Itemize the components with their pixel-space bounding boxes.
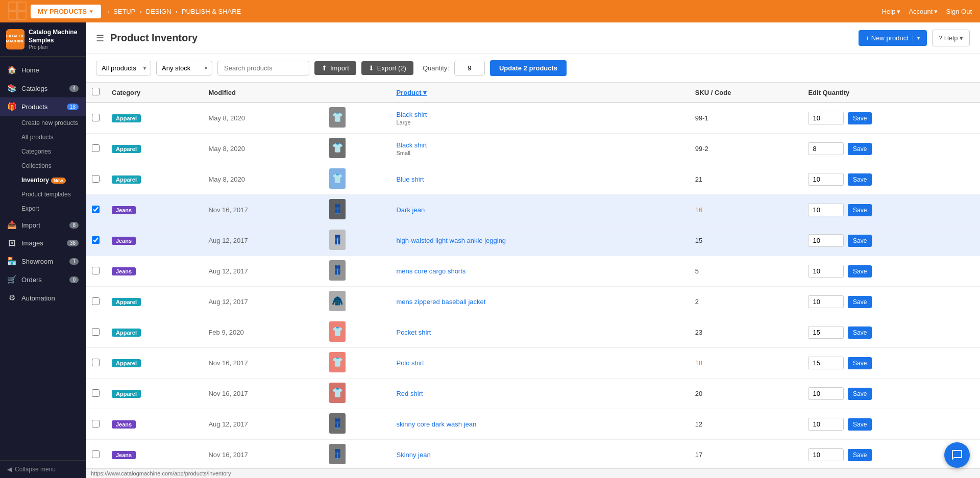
row-sku: 23	[689, 317, 802, 348]
row-checkbox[interactable]	[92, 389, 100, 397]
row-category: Jeans	[106, 195, 202, 225]
product-link[interactable]: Black shirt	[396, 111, 427, 118]
row-checkbox[interactable]	[92, 297, 100, 305]
qty-input[interactable]	[808, 357, 844, 369]
product-link[interactable]: Blue shirt	[396, 175, 424, 183]
qty-input[interactable]	[808, 265, 844, 278]
sidebar-item-showroom[interactable]: 🏪 Showroom 1	[0, 252, 86, 270]
product-link[interactable]: high-waisted light wash ankle jegging	[396, 237, 506, 244]
qty-input[interactable]	[808, 173, 844, 186]
sidebar-item-automation[interactable]: ⚙ Automation	[0, 289, 86, 307]
qty-input[interactable]	[808, 142, 844, 155]
row-edit-quantity: Save	[802, 256, 980, 287]
row-sku: 17	[689, 440, 802, 469]
hamburger-icon[interactable]: ☰	[96, 33, 104, 44]
row-edit-quantity: Save	[802, 409, 980, 440]
product-link[interactable]: Skinny jean	[396, 451, 430, 459]
product-thumbnail: 👖	[329, 230, 346, 250]
row-checkbox[interactable]	[92, 450, 100, 458]
submenu-collections[interactable]: Collections	[0, 159, 86, 173]
row-category: Apparel	[106, 287, 202, 317]
qty-input[interactable]	[808, 234, 844, 247]
row-category: Apparel	[106, 103, 202, 134]
step-design[interactable]: DESIGN	[146, 8, 172, 15]
sidebar-item-catalogs[interactable]: 📚 Catalogs 4	[0, 79, 86, 97]
save-button[interactable]: Save	[848, 143, 872, 155]
save-button[interactable]: Save	[848, 449, 872, 461]
save-button[interactable]: Save	[848, 357, 872, 369]
table-row: Jeans Aug 12, 2017 👖 mens core cargo sho…	[86, 256, 980, 287]
save-button[interactable]: Save	[848, 326, 872, 339]
sidebar-item-products[interactable]: 🎁 Products 18	[0, 97, 86, 116]
step-publish[interactable]: PUBLISH & SHARE	[182, 8, 241, 15]
product-link[interactable]: mens core cargo shorts	[396, 267, 465, 275]
submenu-product-templates[interactable]: Product templates	[0, 187, 86, 202]
row-checkbox[interactable]	[92, 359, 100, 366]
sidebar-item-orders[interactable]: 🛒 Orders 0	[0, 270, 86, 289]
sidebar-label-automation: Automation	[21, 294, 55, 302]
qty-input[interactable]	[808, 204, 844, 216]
row-checkbox-cell	[86, 409, 106, 440]
submenu-inventory[interactable]: InventoryNew	[0, 173, 86, 187]
chat-button[interactable]	[944, 442, 970, 468]
sidebar-label-catalogs: Catalogs	[21, 85, 47, 92]
search-input[interactable]	[217, 61, 309, 76]
export-button[interactable]: ⬇ Export (2)	[361, 61, 413, 75]
new-product-button[interactable]: + New product ▾	[859, 30, 927, 46]
product-thumbnail: 👕	[329, 321, 346, 342]
help-link[interactable]: Help ▾	[882, 8, 901, 15]
qty-input[interactable]	[808, 326, 844, 339]
row-checkbox[interactable]	[92, 236, 100, 244]
my-products-button[interactable]: MY PRODUCTS ▼	[31, 5, 101, 18]
product-link[interactable]: Polo shirt	[396, 359, 424, 367]
stock-filter-select[interactable]: Any stock In stock Out of stock	[156, 61, 212, 76]
svg-text:👕: 👕	[332, 142, 344, 154]
qty-input[interactable]	[808, 295, 844, 308]
product-link[interactable]: Black shirt	[396, 141, 427, 149]
row-checkbox[interactable]	[92, 114, 100, 121]
qty-input[interactable]	[808, 387, 844, 400]
header-product[interactable]: Product ▾	[390, 83, 689, 103]
account-link[interactable]: Account ▾	[909, 8, 938, 15]
row-checkbox[interactable]	[92, 144, 100, 152]
signout-link[interactable]: Sign Out	[946, 8, 972, 15]
qty-input[interactable]	[808, 448, 844, 461]
sidebar-item-import[interactable]: 📥 Import 8	[0, 216, 86, 234]
quantity-input[interactable]	[454, 61, 485, 76]
svg-text:👖: 👖	[332, 448, 344, 460]
qty-input[interactable]	[808, 418, 844, 431]
save-button[interactable]: Save	[848, 388, 872, 400]
qty-input[interactable]	[808, 112, 844, 124]
save-button[interactable]: Save	[848, 235, 872, 247]
help-button[interactable]: ? Help ▾	[932, 30, 970, 46]
collapse-menu-button[interactable]: ◀ Collapse menu	[0, 460, 86, 478]
product-filter-select[interactable]: All products Active Inactive	[96, 61, 151, 76]
product-link[interactable]: Red shirt	[396, 390, 423, 397]
row-checkbox[interactable]	[92, 420, 100, 427]
step-setup[interactable]: SETUP	[113, 8, 135, 15]
save-button[interactable]: Save	[848, 296, 872, 308]
row-checkbox-cell	[86, 287, 106, 317]
save-button[interactable]: Save	[848, 112, 872, 124]
row-checkbox[interactable]	[92, 328, 100, 336]
update-products-button[interactable]: Update 2 products	[490, 60, 567, 76]
save-button[interactable]: Save	[848, 204, 872, 216]
import-button[interactable]: ⬆ Import	[314, 61, 356, 75]
save-button[interactable]: Save	[848, 265, 872, 278]
submenu-create-new[interactable]: Create new products	[0, 116, 86, 130]
product-link[interactable]: Dark jean	[396, 206, 425, 214]
submenu-categories[interactable]: Categories	[0, 144, 86, 159]
product-link[interactable]: skinny core dark wash jean	[396, 420, 476, 428]
submenu-export[interactable]: Export	[0, 202, 86, 216]
row-checkbox[interactable]	[92, 175, 100, 183]
row-checkbox[interactable]	[92, 206, 100, 213]
sidebar-item-images[interactable]: 🖼 Images 36	[0, 234, 86, 252]
submenu-all-products[interactable]: All products	[0, 130, 86, 144]
save-button[interactable]: Save	[848, 418, 872, 431]
product-link[interactable]: mens zippered baseball jacket	[396, 298, 485, 306]
product-link[interactable]: Pocket shirt	[396, 329, 431, 336]
sidebar-item-home[interactable]: 🏠 Home	[0, 61, 86, 79]
row-checkbox[interactable]	[92, 267, 100, 274]
save-button[interactable]: Save	[848, 173, 872, 186]
select-all-checkbox[interactable]	[92, 88, 100, 95]
